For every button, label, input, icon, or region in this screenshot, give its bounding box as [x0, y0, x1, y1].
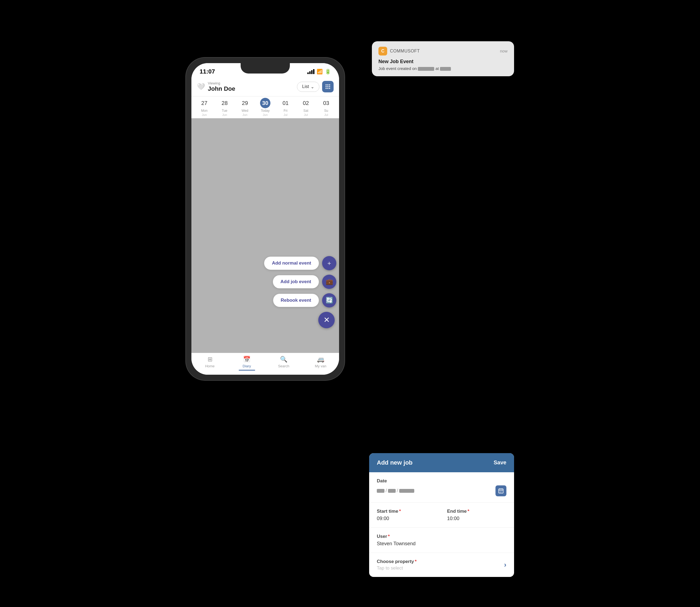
cal-day-num: 01 — [280, 98, 291, 108]
cal-day-03[interactable]: 03 Su Jul — [316, 98, 336, 117]
fab-close-button[interactable]: ✕ — [318, 312, 335, 328]
rebook-event-button[interactable]: 🔄 — [322, 293, 336, 308]
property-chevron-icon: › — [504, 561, 507, 569]
fab-container: Add normal event ＋ Add job event 💼 Reboo… — [264, 256, 336, 328]
end-time-field: End time* 10:00 — [447, 509, 507, 521]
nav-my-van[interactable]: 🚐 My van — [302, 356, 339, 368]
date-row: / / — [377, 485, 507, 496]
cal-day-num: 02 — [301, 98, 311, 108]
modal-header: Add new job Save — [369, 453, 514, 472]
nav-my-van-label: My van — [315, 364, 327, 368]
battery-icon: 🔋 — [325, 69, 331, 75]
rebook-event-action: Rebook event 🔄 — [273, 293, 336, 308]
calendar-picker-button[interactable] — [495, 485, 507, 496]
svg-rect-5 — [329, 86, 330, 87]
calendar-icon — [498, 488, 504, 494]
start-time-field: Start time* 09:00 — [377, 509, 436, 521]
nav-diary-label: Diary — [243, 364, 251, 368]
cal-day-num: 29 — [240, 98, 250, 108]
svg-rect-16 — [499, 492, 500, 492]
notification-banner: C COMMUSOFT now New Job Event Job event … — [372, 41, 514, 76]
cal-day-29[interactable]: 29 Wed Jun — [235, 98, 255, 117]
add-job-event-button[interactable]: 💼 — [322, 275, 336, 289]
date-part-1 — [377, 489, 385, 493]
nav-home-label: Home — [205, 364, 215, 368]
cal-day-num: 27 — [199, 98, 209, 108]
add-normal-event-action: Add normal event ＋ — [264, 256, 336, 270]
wifi-icon: 📶 — [317, 69, 323, 75]
user-value[interactable]: Steven Townsend — [377, 541, 507, 547]
svg-rect-6 — [326, 88, 327, 89]
calendar-main: Add normal event ＋ Add job event 💼 Reboo… — [191, 118, 339, 353]
view-label: Viewing John Doe — [208, 81, 294, 92]
cal-day-label: Mon — [201, 109, 207, 112]
svg-rect-1 — [327, 84, 328, 86]
notification-time: now — [500, 49, 508, 53]
list-dropdown-button[interactable]: List ⌄ — [297, 82, 320, 92]
start-time-value[interactable]: 09:00 — [377, 516, 436, 521]
search-icon: 🔍 — [280, 356, 287, 363]
date-section: Date / / — [369, 472, 514, 503]
user-section: User* Steven Townsend — [369, 528, 514, 553]
nav-search[interactable]: 🔍 Search — [265, 356, 302, 368]
grid-icon — [325, 84, 331, 90]
nav-home[interactable]: ⊞ Home — [191, 356, 228, 368]
cal-day-label: Tue — [222, 109, 227, 112]
cal-day-month: Jul — [284, 113, 287, 117]
modal-save-button[interactable]: Save — [494, 459, 507, 466]
cal-day-02[interactable]: 02 Sat Jul — [295, 98, 316, 117]
status-icons: 📶 🔋 — [307, 69, 331, 75]
cal-day-label: Wed — [242, 109, 248, 112]
cal-day-month: Jul — [304, 113, 308, 117]
cal-day-month: Jun — [222, 113, 227, 117]
end-time-value[interactable]: 10:00 — [447, 516, 507, 521]
svg-rect-2 — [329, 84, 330, 86]
user-label: User* — [377, 534, 507, 539]
redacted-date — [418, 67, 434, 71]
nav-diary[interactable]: 📅 Diary — [228, 356, 265, 371]
cal-day-28[interactable]: 28 Tue Jun — [214, 98, 234, 117]
redacted-time — [440, 67, 451, 71]
cal-day-27[interactable]: 27 Mon Jun — [194, 98, 214, 117]
add-job-event-label[interactable]: Add job event — [273, 275, 319, 288]
add-job-event-action: Add job event 💼 — [273, 275, 336, 289]
add-normal-event-label[interactable]: Add normal event — [264, 257, 319, 270]
cal-day-30-today[interactable]: 30 Today Jun — [255, 98, 275, 117]
svg-rect-0 — [326, 84, 327, 86]
add-normal-event-button[interactable]: ＋ — [322, 256, 336, 270]
svg-rect-13 — [499, 491, 500, 491]
cal-day-num: 28 — [219, 98, 230, 108]
diary-icon: 📅 — [243, 356, 250, 363]
viewing-label: Viewing — [208, 81, 294, 85]
status-time: 11:07 — [200, 68, 215, 75]
user-name: John Doe — [208, 85, 294, 92]
svg-rect-8 — [329, 88, 330, 89]
notification-title: New Job Event — [378, 59, 508, 64]
cal-day-num: 03 — [321, 98, 331, 108]
cal-day-label-today: Today — [261, 109, 270, 112]
add-job-modal: Add new job Save Date / / — [369, 453, 514, 577]
time-field-row: Start time* 09:00 End time* 10:00 — [377, 509, 507, 521]
nav-active-indicator — [239, 370, 255, 371]
modal-body: Date / / — [369, 472, 514, 577]
svg-rect-7 — [327, 88, 328, 89]
svg-rect-17 — [501, 492, 501, 492]
property-section[interactable]: Choose property* Tap to select › — [369, 553, 514, 577]
signal-icon — [307, 69, 314, 74]
modal-title: Add new job — [377, 459, 413, 466]
cal-day-month: Jun — [202, 113, 207, 117]
cal-day-01[interactable]: 01 Fri Jul — [275, 98, 295, 117]
property-label-wrap: Choose property* Tap to select — [377, 559, 417, 571]
svg-rect-14 — [501, 491, 501, 491]
svg-rect-3 — [326, 86, 327, 87]
cal-day-month: Jun — [243, 113, 247, 117]
grid-view-button[interactable] — [322, 81, 334, 92]
notification-body: Job event created on at — [378, 66, 508, 71]
cal-day-label: Su — [324, 109, 328, 112]
app-header: 🤍 Viewing John Doe List ⌄ — [191, 77, 339, 97]
rebook-event-label[interactable]: Rebook event — [273, 294, 319, 307]
chevron-down-icon: ⌄ — [311, 84, 314, 89]
back-button[interactable]: 🤍 — [197, 83, 205, 90]
cal-day-month-today: Jun — [263, 113, 268, 117]
start-time-label: Start time* — [377, 509, 436, 514]
